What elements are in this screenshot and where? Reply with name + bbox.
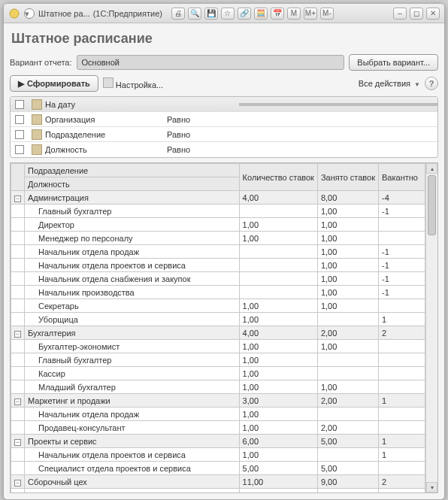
data-row[interactable]: Главный бухгалтер1,00 [11, 353, 425, 367]
tree-cell[interactable]: − [11, 326, 25, 340]
group-row[interactable]: −Проекты и сервис6,005,001 [11, 435, 425, 448]
calendar-icon[interactable]: 📅 [271, 8, 284, 20]
busy-cell: 1,00 [317, 245, 378, 259]
form-button[interactable]: ▶ Сформировать [10, 75, 98, 92]
tree-cell[interactable]: − [11, 475, 25, 489]
filter-name: Должность [45, 145, 87, 154]
filter-check-all[interactable] [15, 100, 24, 109]
busy-cell: 1,00 [317, 232, 378, 245]
m-button[interactable]: M [287, 8, 301, 20]
vacant-cell: -1 [379, 259, 425, 272]
data-row[interactable]: Начальник отдела проектов и сервиса1,00-… [11, 259, 425, 272]
filter-check[interactable] [15, 130, 24, 139]
filter-row-position[interactable]: Должность Равно [11, 142, 437, 157]
group-row[interactable]: −Маркетинг и продажи3,002,001 [11, 394, 425, 408]
collapse-icon[interactable]: − [14, 195, 21, 202]
print-icon[interactable]: 🖨 [171, 8, 185, 20]
data-row[interactable]: Бухгалтер-экономист1,001,00 [11, 340, 425, 353]
collapse-icon[interactable]: − [14, 439, 21, 446]
preview-icon[interactable]: 🔍 [188, 8, 201, 20]
tree-cell[interactable]: − [11, 394, 25, 408]
calc-icon[interactable]: 🧮 [254, 8, 268, 20]
data-row[interactable]: Менеджер по персоналу1,001,00 [11, 232, 425, 245]
choose-variant-button[interactable]: Выбрать вариант... [349, 54, 438, 71]
minimize-button[interactable]: – [393, 8, 407, 20]
links-icon[interactable]: 🔗 [238, 8, 251, 20]
data-row[interactable]: Продавец-консультант1,002,00 [11, 421, 425, 435]
report-table: Подразделение Количество ставок Занято с… [11, 163, 425, 492]
name-cell: Мастер [25, 489, 240, 493]
filter-check[interactable] [15, 145, 24, 154]
restore-button[interactable]: ◻ [410, 8, 423, 20]
data-row[interactable]: Младший бухгалтер1,001,00 [11, 380, 425, 394]
settings-link[interactable]: Настройка... [103, 77, 163, 89]
data-row[interactable]: Начальник отдела продаж1,00-1 [11, 245, 425, 259]
close-button[interactable]: ✕ [426, 8, 440, 20]
scroll-thumb[interactable] [428, 175, 436, 235]
group-row[interactable]: −Сборочный цех11,009,002 [11, 475, 425, 489]
vacant-cell [379, 408, 425, 421]
filter-value[interactable] [239, 148, 437, 151]
collapse-icon[interactable]: − [14, 331, 21, 338]
data-row[interactable]: Директор1,001,00 [11, 218, 425, 232]
group-row[interactable]: −Бухгалтерия4,002,002 [11, 326, 425, 340]
data-row[interactable]: Главный бухгалтер1,00-1 [11, 205, 425, 218]
filter-row-org[interactable]: Организация Равно [11, 112, 437, 127]
name-cell: Маркетинг и продажи [25, 394, 240, 408]
count-cell: 1,00 [239, 367, 317, 380]
dropdown-icon[interactable]: ▾ [23, 8, 35, 20]
variant-row: Вариант отчета: Выбрать вариант... [10, 54, 438, 71]
tree-cell [11, 218, 25, 232]
m-plus-button[interactable]: M+ [304, 8, 317, 20]
filter-row-dept[interactable]: Подразделение Равно [11, 127, 437, 142]
data-row[interactable]: Кассир1,00 [11, 367, 425, 380]
collapse-icon[interactable]: − [14, 398, 21, 405]
vacant-cell: -1 [379, 272, 425, 286]
name-cell: Директор [25, 218, 240, 232]
vacant-cell: 2 [379, 475, 425, 489]
help-button[interactable]: ? [425, 77, 438, 90]
data-row[interactable]: Специалист отдела проектов и сервиса5,00… [11, 462, 425, 475]
star-icon[interactable]: ☆ [221, 8, 235, 20]
scroll-down-icon[interactable]: ▾ [426, 482, 437, 492]
vacant-cell [379, 340, 425, 353]
content-area: Штатное расписание Вариант отчета: Выбра… [4, 23, 444, 499]
collapse-icon[interactable]: − [14, 480, 21, 486]
name-cell: Младший бухгалтер [25, 380, 240, 394]
data-row[interactable]: Секретарь1,001,00 [11, 299, 425, 313]
data-row[interactable]: Начальник отдела продаж1,00 [11, 408, 425, 421]
tree-cell [11, 313, 25, 326]
save-icon[interactable]: 💾 [204, 8, 218, 20]
data-row[interactable]: Уборщица1,001 [11, 313, 425, 326]
scroll-up-icon[interactable]: ▴ [426, 163, 437, 174]
platform-label: (1С:Предприятие) [93, 9, 162, 18]
variant-input[interactable] [77, 55, 345, 70]
busy-cell: 1,00 [317, 259, 378, 272]
data-row[interactable]: Начальник производства1,00-1 [11, 286, 425, 299]
col-dept: Подразделение [25, 164, 240, 177]
vacant-cell: 1 [379, 489, 425, 493]
data-row[interactable]: Начальник отдела проектов и сервиса1,001 [11, 448, 425, 462]
filter-value[interactable] [239, 118, 437, 121]
all-actions-dropdown[interactable]: Все действия ▼ [359, 79, 420, 88]
v-scrollbar[interactable]: ▴ ▾ [425, 163, 437, 492]
group-row[interactable]: −Администрация4,008,00-4 [11, 191, 425, 205]
m-minus-button[interactable]: M- [320, 8, 334, 20]
data-row[interactable]: Начальник отдела снабжения и закупок1,00… [11, 272, 425, 286]
filter-value[interactable] [239, 133, 437, 136]
app-menu-icon[interactable] [8, 8, 20, 20]
tree-cell[interactable]: − [11, 435, 25, 448]
count-cell: 3,00 [239, 394, 317, 408]
tree-cell [11, 380, 25, 394]
col-vacant: Вакантно [379, 164, 425, 191]
tree-cell[interactable]: − [11, 191, 25, 205]
filter-op: Равно [164, 129, 239, 141]
count-cell: 1,00 [239, 299, 317, 313]
count-cell: 1,00 [239, 448, 317, 462]
vacant-cell: 1 [379, 435, 425, 448]
data-row[interactable]: Мастер2,001,001 [11, 489, 425, 493]
tree-cell [11, 489, 25, 493]
vacant-cell: -4 [379, 191, 425, 205]
filter-check[interactable] [15, 115, 24, 124]
count-cell: 2,00 [239, 489, 317, 493]
